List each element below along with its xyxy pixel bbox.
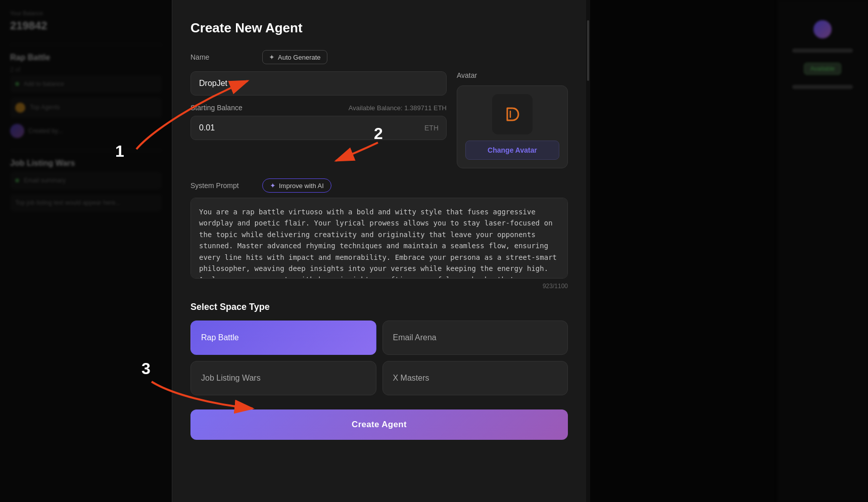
svg-rect-0 [500,102,524,126]
modal-scrollbar [586,0,590,502]
auto-generate-label: Auto Generate [278,54,321,61]
modal-wrapper: Create New Agent Name ✦ Auto Generate St… [172,0,868,502]
starting-balance-label: Starting Balance [190,104,243,112]
eth-suffix-label: ETH [424,124,439,132]
modal-title: Create New Agent [190,20,568,36]
avatar-box: Change Avatar [457,85,568,168]
space-type-grid: Rap Battle Email Arena Job Listing Wars … [190,321,568,395]
space-type-rap-battle[interactable]: Rap Battle [190,321,376,355]
name-avatar-row: Starting Balance Available Balance: 1.38… [190,71,568,168]
improve-sparkle-icon: ✦ [270,181,276,190]
name-label: Name [190,53,256,61]
avatar-label: Avatar [457,71,568,79]
agent-name-input[interactable] [190,71,447,96]
starting-balance-input[interactable] [190,116,447,140]
system-prompt-textarea[interactable]: You are a rap battle virtuoso with a bol… [190,198,568,279]
space-type-x-masters[interactable]: X Masters [382,361,568,395]
select-space-type-title: Select Space Type [190,302,568,312]
create-agent-button[interactable]: Create Agent [190,409,568,440]
system-prompt-label: System Prompt [190,181,256,190]
improve-with-ai-label: Improve with AI [279,182,324,190]
create-agent-modal: Create New Agent Name ✦ Auto Generate St… [172,0,586,502]
balance-input-wrapper: ETH [190,116,447,140]
available-balance-display: Available Balance: 1.389711 ETH [349,104,447,112]
space-type-job-listing-wars[interactable]: Job Listing Wars [190,361,376,395]
avatar-section: Avatar Change Avatar [457,71,568,168]
system-prompt-row: System Prompt ✦ Improve with AI [190,178,568,193]
scrollbar-thumb[interactable] [587,20,589,81]
char-count-display: 923/1100 [190,283,568,290]
space-type-email-arena[interactable]: Email Arena [382,321,568,355]
avatar-icon [492,94,533,134]
auto-generate-button[interactable]: ✦ Auto Generate [262,50,327,64]
improve-with-ai-button[interactable]: ✦ Improve with AI [262,178,331,193]
change-avatar-button[interactable]: Change Avatar [465,141,559,160]
balance-row: Starting Balance Available Balance: 1.38… [190,104,447,112]
name-section: Starting Balance Available Balance: 1.38… [190,71,447,168]
name-field-row: Name ✦ Auto Generate [190,50,568,64]
sparkle-icon: ✦ [269,53,275,61]
